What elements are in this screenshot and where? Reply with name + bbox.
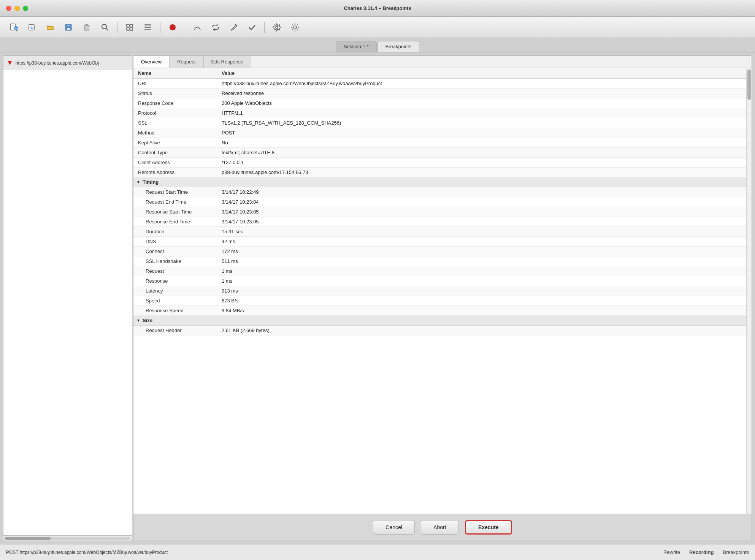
table-scrollbar[interactable]: [746, 68, 752, 514]
table-row: SSL TLSv1.2 (TLS_RSA_WITH_AES_128_GCM_SH…: [133, 118, 746, 128]
section-row-size[interactable]: ▼Size: [133, 316, 746, 326]
table-cell-value: 3/14/17 10:22:49: [217, 187, 746, 197]
table-cell-name: Content-Type: [133, 148, 217, 157]
edit-button[interactable]: [226, 20, 241, 35]
svg-rect-17: [127, 28, 129, 30]
new-session-button[interactable]: [6, 20, 21, 35]
svg-rect-10: [67, 28, 70, 30]
execute-button[interactable]: Execute: [465, 520, 512, 535]
recording-status[interactable]: Recording: [689, 549, 714, 555]
table-cell-name: Latency: [133, 286, 217, 296]
cancel-button[interactable]: Cancel: [373, 520, 415, 535]
svg-rect-7: [47, 27, 53, 30]
table-row: Response Code 200 Apple WebObjects: [133, 98, 746, 108]
rewrite-status[interactable]: Rewrite: [663, 549, 680, 555]
titlebar: Charles 3.11.4 – Breakpoints: [0, 0, 755, 17]
table-row: Content-Type text/xml; charset=UTF-8: [133, 148, 746, 158]
main-content: ▼ https://p38-buy.itunes.apple.com/WebOb…: [0, 52, 755, 544]
table-header: Name Value: [133, 68, 746, 79]
scrollbar-track: [5, 537, 130, 540]
svg-rect-9: [67, 24, 70, 27]
header-name: Name: [133, 68, 217, 78]
svg-line-14: [106, 28, 108, 30]
preferences-button[interactable]: [287, 20, 303, 35]
open-button[interactable]: [43, 20, 58, 35]
table-cell-value: 913 ms: [217, 286, 746, 296]
toolbar-separator-4: [264, 22, 265, 33]
section-row-timing[interactable]: ▼Timing: [133, 177, 746, 187]
sidebar-header: ▼ https://p38-buy.itunes.apple.com/WebOb…: [3, 56, 132, 70]
table-row: Response End Time 3/14/17 10:23:05: [133, 217, 746, 227]
table-cell-value: 511 ms: [217, 256, 746, 266]
table-cell-value: 15.31 sec: [217, 227, 746, 236]
toolbar-separator-2: [160, 22, 160, 33]
table-cell-name: Client Address: [133, 158, 217, 167]
find-button[interactable]: [97, 20, 113, 35]
table-cell-name: Request End Time: [133, 197, 217, 207]
table-cell-name: Duration: [133, 227, 217, 236]
table-row: Response Speed 9.84 MB/s: [133, 306, 746, 316]
table-row: Speed 673 B/s: [133, 296, 746, 306]
section-arrow: ▼: [136, 318, 140, 323]
breakpoints-status[interactable]: Breakpoints: [723, 549, 749, 555]
table-cell-name: Request: [133, 266, 217, 276]
table-cell-value: 9.84 MB/s: [217, 306, 746, 315]
sidebar-scrollbar[interactable]: [3, 535, 132, 541]
table-cell-name: Speed: [133, 296, 217, 305]
table-cell-value: TLSv1.2 (TLS_RSA_WITH_AES_128_GCM_SHA256…: [217, 118, 746, 128]
table-cell-name: Response End Time: [133, 217, 217, 226]
import-button[interactable]: [24, 20, 40, 35]
table-cell-value: 172 ms: [217, 247, 746, 256]
table-cell-value: No: [217, 138, 746, 147]
check-button[interactable]: [244, 20, 260, 35]
table-cell-value: https://p38-buy.itunes.apple.com/WebObje…: [217, 79, 746, 88]
table-row: Remote Address p38-buy.itunes.apple.com/…: [133, 168, 746, 177]
clear-button[interactable]: [79, 20, 94, 35]
svg-point-24: [276, 26, 278, 28]
statusbar-right: Rewrite Recording Breakpoints: [663, 549, 749, 555]
table-cell-value: HTTP/1.1: [217, 108, 746, 118]
sidebar-indicator: ▼: [6, 59, 13, 67]
close-button[interactable]: [6, 6, 11, 11]
panel-tabs: Overview Request Edit Response: [133, 56, 752, 68]
maximize-button[interactable]: [23, 6, 28, 11]
sidebar: ▼ https://p38-buy.itunes.apple.com/WebOb…: [3, 55, 132, 541]
table-cell-value: POST: [217, 128, 746, 138]
svg-rect-15: [127, 24, 129, 27]
table-cell-name: Request Start Time: [133, 187, 217, 197]
table-cell-value: 2.61 KB (2,669 bytes): [217, 326, 746, 335]
record-button[interactable]: [165, 20, 180, 35]
scrollbar-thumb: [5, 537, 51, 540]
table-cell-name: Request Header: [133, 326, 217, 335]
minimize-button[interactable]: [14, 6, 20, 11]
repeat-button[interactable]: [208, 20, 223, 35]
breakpoints-tab[interactable]: Breakpoints: [378, 41, 420, 52]
header-value: Value: [217, 68, 746, 78]
request-tab[interactable]: Request: [170, 56, 203, 68]
table-cell-name: Response Start Time: [133, 207, 217, 217]
table-cell-value: 3/14/17 10:23:04: [217, 197, 746, 207]
structure-button[interactable]: [122, 20, 137, 35]
table-cell-value: p38-buy.itunes.apple.com/17.154.66.73: [217, 168, 746, 177]
session1-tab[interactable]: Session 1 *: [336, 41, 377, 52]
table-cell-name: SSL Handshake: [133, 256, 217, 266]
table-row: DNS 42 ms: [133, 237, 746, 247]
toolbar: [0, 17, 755, 38]
throttle-button[interactable]: [190, 20, 205, 35]
table-cell-value: 1 ms: [217, 276, 746, 286]
settings-button[interactable]: [269, 20, 284, 35]
table-cell-name: Kept Alive: [133, 138, 217, 147]
save-button[interactable]: [61, 20, 76, 35]
overview-tab[interactable]: Overview: [133, 56, 170, 68]
table-cell-name: Connect: [133, 247, 217, 256]
sequence-button[interactable]: [140, 20, 155, 35]
sidebar-content: [3, 70, 132, 535]
table-cell-value: Received response: [217, 89, 746, 98]
table-cell-value: 42 ms: [217, 237, 746, 246]
svg-point-22: [170, 24, 176, 30]
toolbar-separator-3: [185, 22, 185, 33]
table-row: Response 1 ms: [133, 276, 746, 286]
abort-button[interactable]: Abort: [421, 520, 459, 535]
svg-rect-19: [144, 24, 151, 25]
edit-response-tab[interactable]: Edit Response: [204, 56, 252, 68]
